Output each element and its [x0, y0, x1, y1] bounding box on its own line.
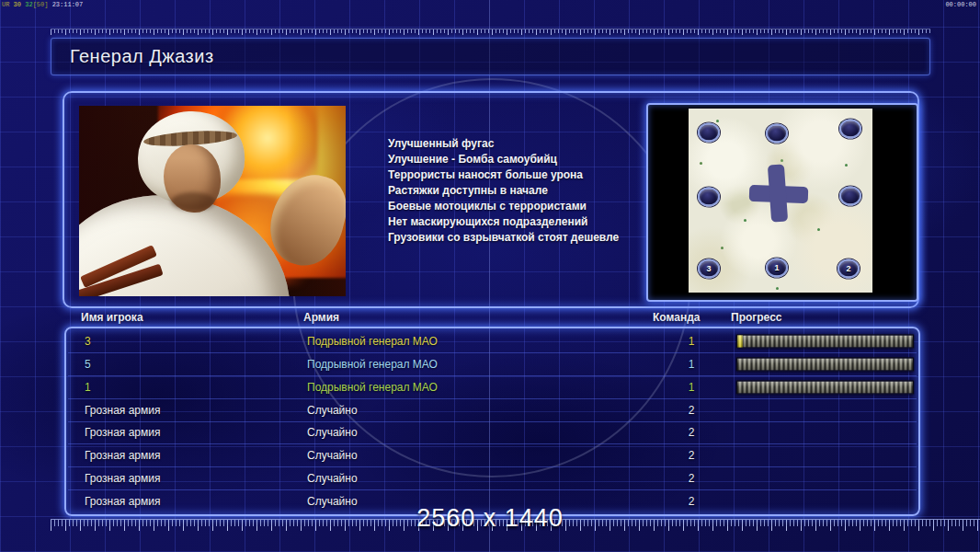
loading-screen: UR 30 32[50] 23:11:07 00:00:00 Генерал Д…	[0, 0, 980, 552]
perk-line: Растяжки доступны в начале	[388, 183, 664, 199]
start-position-marker: 1	[766, 259, 788, 278]
player-name-cell: Грозная армия	[85, 404, 160, 417]
army-cell: Подрывной генерал МАО	[307, 335, 438, 348]
army-cell: Случайно	[307, 449, 358, 462]
perk-line: Нет маскирующихся подразделений	[388, 214, 664, 230]
start-position-marker: 3	[698, 259, 720, 279]
player-name-cell: Грозная армия	[85, 472, 160, 485]
army-cell: Случайно	[307, 472, 358, 485]
title-bar: Генерал Джазиз	[51, 38, 930, 75]
player-name-cell: 5	[85, 358, 91, 371]
table-row: Грозная армияСлучайно2	[68, 422, 917, 445]
debug-counter-part: [50]	[33, 1, 49, 8]
game-timer: 00:00:00	[945, 1, 976, 8]
face-shadow	[171, 192, 215, 211]
top-ruler-ticks	[51, 29, 930, 35]
table-row: Грозная армияСлучайно2	[68, 399, 917, 422]
team-cell: 2	[670, 426, 712, 439]
briefing-panel: Улучшенный фугасУлучшение - Бомба самоуб…	[63, 91, 919, 308]
start-position-marker	[839, 187, 861, 206]
general-perks-list: Улучшенный фугасУлучшение - Бомба самоуб…	[388, 136, 664, 246]
team-cell: 1	[670, 358, 712, 371]
perk-line: Террористы наносят больше урона	[388, 167, 664, 183]
table-row: Грозная армияСлучайно2	[68, 467, 917, 490]
table-row: 1Подрывной генерал МАО1	[68, 376, 917, 399]
column-header-team: Команда	[653, 311, 700, 324]
team-cell: 2	[670, 404, 712, 417]
perk-line: Улучшение - Бомба самоубийц	[388, 152, 664, 167]
army-cell: Подрывной генерал МАО	[307, 358, 438, 371]
map-center-cross	[768, 164, 788, 222]
resolution-label: 2560 x 1440	[0, 504, 980, 533]
perk-line: Грузовики со взрывчаткой стоят дешевле	[388, 230, 664, 246]
team-cell: 2	[670, 472, 712, 485]
table-row: 3Подрывной генерал МАО1	[68, 330, 917, 353]
players-table-panel: 3Подрывной генерал МАО15Подрывной генера…	[64, 327, 920, 516]
map-preview-panel: 312	[646, 103, 918, 302]
start-position-number: 2	[846, 265, 850, 273]
debug-counter-part: 23:11:07	[48, 1, 83, 8]
page-title: Генерал Джазиз	[51, 46, 214, 67]
debug-counter-part: 32	[25, 1, 32, 8]
debug-counter-part: 30	[14, 1, 26, 8]
general-portrait-image	[79, 106, 346, 296]
start-position-number: 1	[774, 264, 779, 272]
start-position-marker	[766, 124, 788, 144]
start-position-marker	[698, 123, 720, 143]
army-cell: Подрывной генерал МАО	[307, 381, 438, 394]
column-header-progress: Прогресс	[731, 311, 781, 324]
perk-line: Улучшенный фугас	[388, 136, 664, 152]
table-row: 5Подрывной генерал МАО1	[68, 353, 917, 376]
team-cell: 1	[670, 335, 712, 348]
column-header-player-name: Имя игрока	[81, 311, 143, 324]
team-cell: 1	[670, 381, 712, 394]
column-header-army: Армия	[303, 311, 339, 324]
perk-line: Боевые мотоциклы с террористами	[388, 199, 664, 214]
map-preview-image: 312	[689, 109, 872, 293]
team-cell: 2	[670, 449, 712, 462]
load-progress-bar	[736, 357, 914, 371]
start-position-marker: 2	[838, 259, 860, 279]
start-position-number: 3	[706, 265, 711, 273]
start-position-marker	[839, 120, 861, 139]
player-name-cell: Грозная армия	[85, 426, 160, 439]
map-resource-dots	[689, 109, 691, 111]
load-progress-fill	[737, 335, 743, 347]
load-progress-bar	[736, 334, 914, 348]
player-name-cell: 3	[85, 335, 91, 348]
start-position-marker	[698, 188, 720, 207]
debug-counter-text: UR 30 32[50] 23:11:07	[2, 1, 83, 8]
table-row: Грозная армияСлучайно2	[68, 444, 917, 467]
player-name-cell: 1	[85, 381, 91, 394]
load-progress-bar	[736, 380, 914, 394]
player-rows: 3Подрывной генерал МАО15Подрывной генера…	[68, 330, 917, 512]
debug-counter-part: UR	[2, 1, 14, 8]
player-name-cell: Грозная армия	[85, 449, 160, 462]
army-cell: Случайно	[307, 426, 358, 439]
army-cell: Случайно	[307, 404, 358, 417]
